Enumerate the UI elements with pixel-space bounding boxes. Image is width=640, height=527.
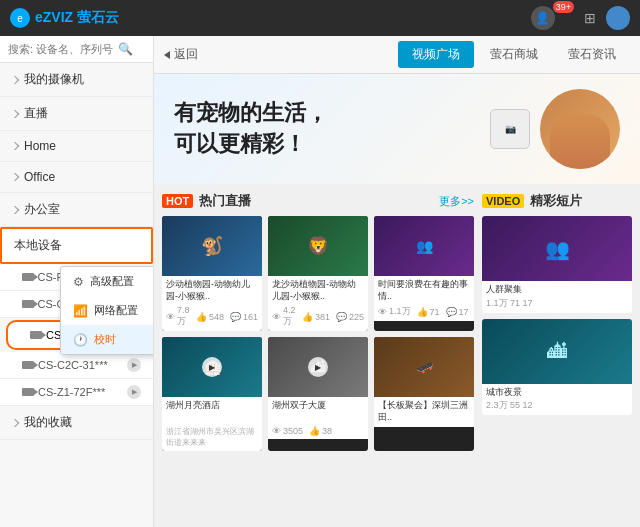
sidebar-label: 办公室 [24,201,60,218]
main-layout: 🔍 我的摄像机 直播 Home Office 办公室 本地设备 [0,36,640,527]
logo: e eZVIZ 萤石云 [10,8,119,28]
hot-video-grid: 🐒 沙动植物园-动物幼儿园-小猴猴.. 👁 7.8万 👍 548 💬 161 [162,216,474,451]
video-label: VIDEO [482,194,524,208]
sidebar-label: Office [24,170,55,184]
video-title-6: 【长板聚会】深圳三洲田.. [378,400,470,424]
sidebar-subitem-camera4[interactable]: CS-C2C-31*** ▶ [0,352,153,379]
video-info-5: 湖州双子大厦 👁 3505 👍 38 [268,397,368,439]
logo-icon: e [10,8,30,28]
sidebar-label: Home [24,139,56,153]
video-title-2: 龙沙动植物园-动物幼儿园-小猴猴.. [272,279,364,303]
camera-icon [22,300,34,308]
play-overlay: ▶ [202,357,222,377]
sidebar-subitem-camera5[interactable]: CS-Z1-72F*** ▶ [0,379,153,406]
video-info-3: 时间要浪费在有趣的事情.. 👁 1.1万 👍 71 💬 17 [374,276,474,321]
arrow-icon [11,205,19,213]
video-side-title-1: 人群聚集 [486,284,628,296]
sidebar-item-my-cameras[interactable]: 我的摄像机 [0,63,153,97]
sections-row: HOT 热门直播 更多>> 🐒 沙动植物园-动物幼儿园-小猴猴.. [154,184,640,527]
hot-video-card-3[interactable]: 👥 时间要浪费在有趣的事情.. 👁 1.1万 👍 71 💬 17 [374,216,474,331]
sidebar-item-workroom[interactable]: 办公室 [0,193,153,227]
play-button[interactable]: ▶ [127,358,141,372]
view-count: 👁 7.8万 [166,305,190,328]
camera-product-image: 📷 [490,109,530,149]
video-side-stats-1: 1.1万 71 17 [486,297,628,310]
video-side-info-2: 城市夜景 2.3万 55 12 [482,384,632,416]
context-menu: ⚙ 高级配置 📶 网络配置 🕐 校时 [60,266,154,355]
video-section-header: VIDEO 精彩短片 [482,192,632,210]
arrow-icon [11,75,19,83]
video-info-1: 沙动植物园-动物幼儿园-小猴猴.. 👁 7.8万 👍 548 💬 161 [162,276,262,331]
context-menu-item-network[interactable]: 📶 网络配置 [61,296,154,325]
search-icon: 🔍 [118,42,133,56]
banner-text: 有宠物的生活， 可以更精彩！ [174,98,328,160]
video-location: 浙江省湖州市吴兴区滨湖街道来来来 [166,426,258,448]
user-avatar[interactable] [606,6,630,30]
grid-icon[interactable]: ⊞ [584,10,596,26]
video-stats-1: 👁 7.8万 👍 548 💬 161 [166,305,258,328]
video-info-2: 龙沙动植物园-动物幼儿园-小猴猴.. 👁 4.2万 👍 381 💬 225 [268,276,368,331]
hot-video-card-5[interactable]: 🏙 ▶ 湖州双子大厦 👁 3505 👍 38 [268,337,368,451]
video-title-3: 时间要浪费在有趣的事情.. [378,279,470,303]
hot-more-btn[interactable]: 更多>> [439,194,474,209]
sidebar-item-office[interactable]: Office [0,162,153,193]
sidebar-label: 我的摄像机 [24,71,84,88]
camera-icon [22,388,34,396]
user-icon-wrapper[interactable]: 👤 [531,6,555,30]
notification-badge[interactable]: 39+ [553,1,574,13]
like-count: 👍 548 [196,305,224,328]
sidebar-label: 直播 [24,105,48,122]
video-section: VIDEO 精彩短片 👥 人群聚集 1.1万 71 17 [482,192,632,519]
banner: 有宠物的生活， 可以更精彩！ 📷 [154,74,640,184]
hot-video-card-6[interactable]: 🛹 【长板聚会】深圳三洲田.. [374,337,474,451]
hot-video-card-2[interactable]: 🦁 龙沙动植物园-动物幼儿园-小猴猴.. 👁 4.2万 👍 381 💬 225 [268,216,368,331]
sidebar-item-favorites[interactable]: 我的收藏 [0,406,153,440]
clock-icon: 🕐 [73,333,88,347]
video-side-card-2[interactable]: 🏙 城市夜景 2.3万 55 12 [482,319,632,416]
video-side-card-1[interactable]: 👥 人群聚集 1.1万 71 17 [482,216,632,313]
context-menu-item-time[interactable]: 🕐 校时 [61,325,154,354]
menu-label: 高级配置 [90,274,134,289]
video-stats-3: 👁 1.1万 👍 71 💬 17 [378,305,470,318]
tab-news[interactable]: 萤石资讯 [554,41,630,68]
hot-video-card-4[interactable]: 🏨 ▶ 湖州月亮酒店 浙江省湖州市吴兴区滨湖街道来来来 [162,337,262,451]
view-count: 👁 3505 [272,426,303,436]
video-title-1: 沙动植物园-动物幼儿园-小猴猴.. [166,279,258,303]
menu-label: 网络配置 [94,303,138,318]
play-button[interactable]: ▶ [127,385,141,399]
camera-icon [30,331,42,339]
video-thumbnail-2: 🦁 [268,216,368,276]
sidebar-item-local-device[interactable]: 本地设备 [0,227,153,264]
video-thumbnail-1: 🐒 [162,216,262,276]
context-menu-item-settings[interactable]: ⚙ 高级配置 [61,267,154,296]
video-side-info-1: 人群聚集 1.1万 71 17 [482,281,632,313]
settings-icon: ⚙ [73,275,84,289]
logo-text: eZVIZ 萤石云 [35,9,119,27]
video-thumbnail-3: 👥 [374,216,474,276]
back-button[interactable]: 返回 [164,46,198,63]
view-count: 👁 4.2万 [272,305,296,328]
video-side-stats-2: 2.3万 55 12 [486,399,628,412]
sidebar-search-bar[interactable]: 🔍 [0,36,153,63]
sidebar-label: 本地设备 [14,237,62,254]
like-count: 👍 71 [417,305,440,318]
video-stats-5: 👁 3505 👍 38 [272,426,364,436]
video-stats-4: 浙江省湖州市吴兴区滨湖街道来来来 [166,426,258,448]
search-input[interactable] [8,43,118,55]
tab-shop[interactable]: 萤石商城 [476,41,552,68]
video-title-5: 湖州双子大厦 [272,400,364,424]
sidebar-label: CS-C2C-31*** [38,359,108,371]
back-arrow-icon [164,51,170,59]
sidebar-item-live[interactable]: 直播 [0,97,153,131]
app-header: e eZVIZ 萤石云 👤 39+ ⊞ [0,0,640,36]
hot-video-card-1[interactable]: 🐒 沙动植物园-动物幼儿园-小猴猴.. 👁 7.8万 👍 548 💬 161 [162,216,262,331]
sidebar-item-home[interactable]: Home [0,131,153,162]
user-icon: 👤 [531,6,555,30]
arrow-icon [11,109,19,117]
view-count: 👁 1.1万 [378,305,411,318]
top-nav: 返回 视频广场 萤石商城 萤石资讯 [154,36,640,74]
arrow-icon [11,418,19,426]
like-count: 👍 381 [302,305,330,328]
tab-video-plaza[interactable]: 视频广场 [398,41,474,68]
sidebar: 🔍 我的摄像机 直播 Home Office 办公室 本地设备 [0,36,154,527]
